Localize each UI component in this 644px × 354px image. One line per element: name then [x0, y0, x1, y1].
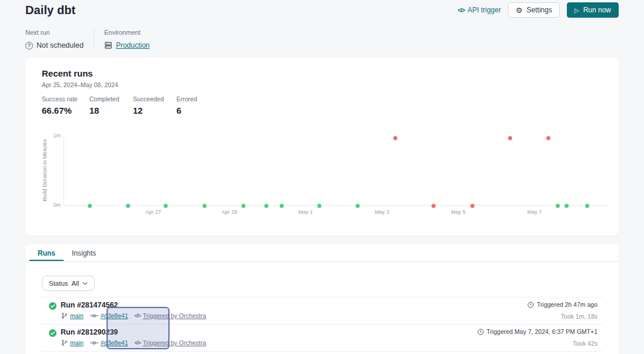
- status-filter-dropdown[interactable]: Status All: [42, 276, 95, 291]
- git-commit-icon: [90, 313, 98, 319]
- environment-icon: [104, 41, 112, 49]
- y-tick-1m: 1m: [45, 133, 61, 138]
- x-tick: May 3: [375, 209, 390, 215]
- branch-link[interactable]: main: [70, 312, 84, 319]
- run-title[interactable]: Run #281474562: [61, 301, 118, 309]
- run-dot-succeeded[interactable]: [556, 204, 560, 208]
- next-run-label: Next run: [25, 29, 84, 36]
- x-tick: May 1: [298, 209, 313, 215]
- run-dot-succeeded[interactable]: [88, 204, 92, 208]
- runs-tabbar: Runs Insights: [25, 244, 619, 262]
- chevron-down-icon: [82, 282, 88, 285]
- x-tick: May 7: [527, 209, 542, 215]
- api-trigger-link[interactable]: </> API trigger: [458, 6, 501, 14]
- clock-icon: [477, 329, 484, 335]
- trigger-source-link[interactable]: Triggered by Orchestra: [143, 312, 207, 319]
- code-icon: </>: [134, 340, 140, 346]
- clock-icon: [527, 302, 534, 308]
- next-run-block: Next run ? Not scheduled: [25, 29, 84, 49]
- runs-card: Runs Insights Status All Run #281474562 …: [25, 244, 619, 354]
- status-filter-label: Status: [49, 280, 68, 287]
- header-actions: </> API trigger ⚙ Settings ▷ Run now: [458, 2, 619, 18]
- settings-label: Settings: [527, 6, 552, 14]
- duration-chart: Build Duration in Minutes 1m 0m Apr 27Ap…: [25, 131, 619, 225]
- job-page: { "theme": { "accent": "#0c7078", "succe…: [0, 0, 644, 354]
- trigger-source-link[interactable]: Triggered by Orchestra: [143, 339, 207, 346]
- run-dot-succeeded[interactable]: [565, 204, 569, 208]
- run-dot-succeeded[interactable]: [126, 204, 130, 208]
- branch-item: main: [61, 339, 84, 346]
- run-dot-succeeded[interactable]: [241, 204, 245, 208]
- page-title: Daily dbt: [25, 4, 75, 17]
- recent-runs-title: Recent runs: [42, 68, 93, 78]
- status-filter-value: All: [72, 280, 79, 287]
- branch-item: main: [61, 312, 84, 319]
- play-icon: ▷: [575, 7, 579, 14]
- success-check-icon: [49, 302, 57, 310]
- success-check-icon: [49, 329, 57, 337]
- x-tick: Apr 27: [145, 209, 161, 215]
- code-icon: </>: [134, 313, 140, 319]
- gear-icon: ⚙: [516, 6, 523, 14]
- recent-runs-card: Recent runs Apr 25, 2024–May 08, 2024 Su…: [25, 58, 619, 236]
- commit-link[interactable]: #d3e8e41: [101, 312, 128, 319]
- environment-link[interactable]: Production: [116, 41, 150, 49]
- recent-runs-date-range: Apr 25, 2024–May 08, 2024: [42, 81, 118, 88]
- next-run-value: Not scheduled: [36, 41, 84, 49]
- run-dot-succeeded[interactable]: [280, 204, 284, 208]
- tab-insights[interactable]: Insights: [64, 244, 104, 261]
- run-took-text: Took 1m, 18s: [527, 313, 597, 320]
- run-took-text: Took 42s: [477, 340, 597, 347]
- page-header: Daily dbt </> API trigger ⚙ Settings ▷ R…: [25, 0, 619, 20]
- run-sub-meta: main #d3e8e41 </> Triggered by Orchestra: [61, 339, 206, 346]
- run-dot-succeeded[interactable]: [585, 204, 589, 208]
- run-dot-succeeded[interactable]: [264, 204, 268, 208]
- run-right-meta: Triggered May 7, 2024, 6:37 PM GMT+1 Too…: [477, 328, 597, 347]
- environment-block: Environment Production: [104, 29, 150, 49]
- y-tick-0m: 0m: [45, 202, 61, 208]
- commit-item: #d3e8e41: [90, 312, 128, 319]
- run-dot-succeeded[interactable]: [203, 204, 207, 208]
- meta-divider: [94, 29, 94, 49]
- run-dot-succeeded[interactable]: [317, 204, 321, 208]
- run-now-button[interactable]: ▷ Run now: [567, 2, 619, 18]
- chart-plot: [64, 135, 609, 206]
- git-commit-icon: [90, 340, 98, 346]
- run-row-281474562[interactable]: Run #281474562 main #d3e8e41 </> Trigger…: [41, 297, 603, 325]
- run-dot-errored[interactable]: [508, 136, 512, 140]
- settings-button[interactable]: ⚙ Settings: [508, 2, 560, 18]
- run-stats: Success rate 66.67% Completed 18 Succeed…: [42, 95, 220, 115]
- stat-succeeded: Succeeded 12: [133, 95, 165, 115]
- run-dot-succeeded[interactable]: [356, 204, 360, 208]
- code-icon: </>: [458, 7, 464, 14]
- trigger-source-item: </> Triggered by Orchestra: [134, 339, 206, 346]
- stat-success-rate: Success rate 66.67%: [42, 95, 78, 115]
- run-dot-errored[interactable]: [546, 136, 550, 140]
- trigger-source-item: </> Triggered by Orchestra: [134, 312, 206, 319]
- commit-link[interactable]: #d3e8e41: [101, 339, 128, 346]
- run-dot-errored[interactable]: [431, 204, 436, 208]
- run-right-meta: Triggered 2h 47m ago Took 1m, 18s: [527, 301, 597, 320]
- api-trigger-label: API trigger: [467, 6, 501, 14]
- run-triggered-text: Triggered May 7, 2024, 6:37 PM GMT+1: [487, 328, 597, 335]
- environment-label: Environment: [104, 29, 150, 36]
- x-tick: May 5: [451, 209, 466, 215]
- git-branch-icon: [61, 339, 68, 346]
- stat-errored: Errored 6: [177, 95, 208, 115]
- run-dot-errored[interactable]: [470, 204, 474, 208]
- run-sub-meta: main #d3e8e41 </> Triggered by Orchestra: [61, 312, 206, 319]
- run-now-label: Run now: [583, 6, 611, 14]
- run-dot-succeeded[interactable]: [164, 204, 168, 208]
- run-triggered-text: Triggered 2h 47m ago: [537, 301, 597, 308]
- tab-runs[interactable]: Runs: [29, 244, 64, 261]
- job-meta: Next run ? Not scheduled Environment Pro…: [25, 29, 150, 49]
- branch-link[interactable]: main: [70, 339, 84, 346]
- run-row-281290239[interactable]: Run #281290239 main #d3e8e41 </> Trigger…: [41, 325, 603, 352]
- x-tick: Apr 29: [222, 209, 238, 215]
- git-branch-icon: [61, 312, 68, 319]
- run-dot-errored[interactable]: [393, 136, 397, 140]
- question-circle-icon: ?: [25, 42, 33, 49]
- commit-item: #d3e8e41: [90, 339, 128, 346]
- stat-completed: Completed 18: [89, 95, 121, 115]
- run-title[interactable]: Run #281290239: [61, 328, 118, 336]
